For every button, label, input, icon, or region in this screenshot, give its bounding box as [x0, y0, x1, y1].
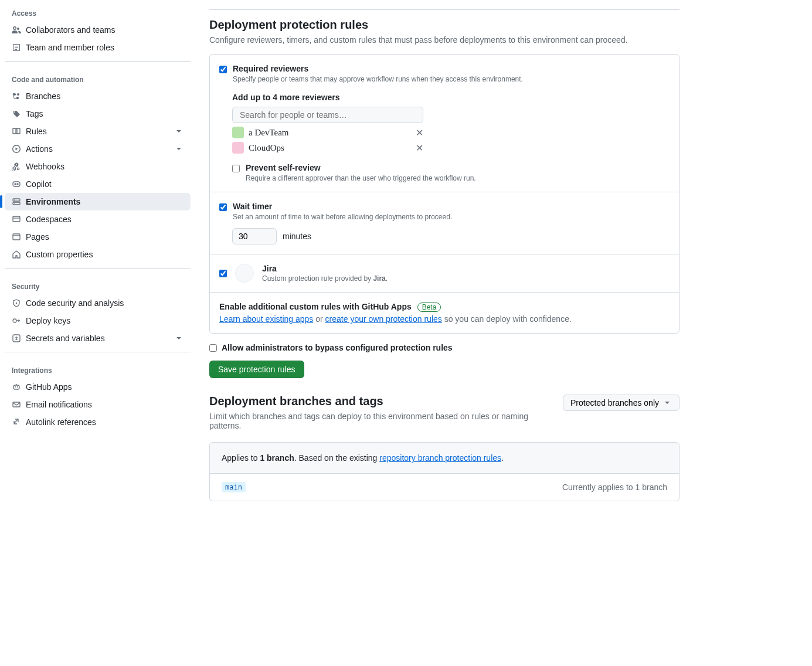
- sidebar-item-copilot[interactable]: Copilot: [5, 175, 191, 193]
- allow-admin-bypass-checkbox[interactable]: [209, 344, 217, 352]
- sidebar-item-label: Codespaces: [26, 215, 184, 224]
- sidebar-group-title: Access: [5, 0, 191, 21]
- main-content: Deployment protection rules Configure re…: [195, 0, 694, 519]
- svg-point-11: [15, 386, 16, 388]
- sidebar-item-team-and-member-roles[interactable]: Team and member roles: [5, 39, 191, 56]
- shield-icon: [12, 298, 21, 308]
- branches-note-box: Applies to 1 branch. Based on the existi…: [209, 442, 680, 501]
- remove-reviewer-button[interactable]: ✕: [416, 127, 423, 138]
- branch-policy-dropdown-label: Protected branches only: [570, 398, 659, 407]
- svg-rect-6: [13, 234, 20, 240]
- branch-policy-dropdown[interactable]: Protected branches only: [563, 395, 680, 411]
- beta-badge: Beta: [417, 303, 441, 312]
- svg-point-4: [14, 203, 15, 204]
- svg-rect-5: [13, 216, 20, 222]
- sidebar-item-label: Webhooks: [26, 162, 184, 171]
- protection-panel: Required reviewers Specify people or tea…: [209, 54, 680, 334]
- reviewer-name: a DevTeam: [249, 128, 411, 138]
- branches-note: Applies to 1 branch. Based on the existi…: [210, 443, 679, 474]
- sidebar-item-collaborators-and-teams[interactable]: Collaborators and teams: [5, 21, 191, 39]
- sidebar-divider: [5, 268, 191, 269]
- jira-title: Jira: [262, 264, 388, 273]
- learn-existing-apps-link[interactable]: Learn about existing apps: [219, 314, 313, 324]
- protection-rules-title: Deployment protection rules: [209, 18, 680, 32]
- svg-rect-13: [13, 402, 20, 407]
- sidebar-item-label: Pages: [26, 232, 184, 242]
- sidebar-item-secrets-and-variables[interactable]: Secrets and variables: [5, 329, 191, 347]
- asterisk-icon: [12, 334, 21, 343]
- sidebar-item-tags[interactable]: Tags: [5, 105, 191, 123]
- key-icon: [12, 316, 21, 325]
- jira-section: Jira Custom protection rule provided by …: [210, 254, 679, 293]
- id-badge-icon: [12, 43, 21, 52]
- crossref-icon: [12, 417, 21, 427]
- sidebar-divider: [5, 352, 191, 352]
- jira-checkbox[interactable]: [219, 270, 227, 277]
- sidebar-item-webhooks[interactable]: Webhooks: [5, 158, 191, 175]
- remove-reviewer-button[interactable]: ✕: [416, 142, 423, 154]
- sidebar-group-title: Integrations: [5, 357, 191, 378]
- book-icon: [12, 127, 21, 136]
- prevent-self-review-label: Prevent self-review: [246, 163, 476, 172]
- allow-admin-bypass-label: Allow administrators to bypass configure…: [222, 343, 453, 352]
- wait-timer-input[interactable]: [232, 228, 277, 244]
- branch-row: main Currently applies to 1 branch: [210, 474, 679, 501]
- svg-point-8: [13, 319, 16, 322]
- sidebar-item-label: Copilot: [26, 179, 184, 189]
- prevent-self-review-row[interactable]: Prevent self-review Require a different …: [232, 163, 670, 182]
- sidebar-item-github-apps[interactable]: GitHub Apps: [5, 378, 191, 396]
- home-icon: [12, 250, 21, 259]
- wait-timer-unit: minutes: [283, 232, 311, 241]
- create-protection-rules-link[interactable]: create your own protection rules: [325, 314, 442, 324]
- sidebar-group-title: Code and automation: [5, 66, 191, 87]
- sidebar-item-environments[interactable]: Environments: [5, 193, 191, 210]
- wait-timer-checkbox[interactable]: [219, 203, 227, 211]
- copilot-icon: [12, 179, 21, 189]
- enable-additional-title: Enable additional custom rules with GitH…: [219, 302, 412, 311]
- required-reviewers-section: Required reviewers Specify people or tea…: [210, 55, 679, 192]
- reviewer-search-input[interactable]: [232, 107, 423, 123]
- sidebar-item-pages[interactable]: Pages: [5, 228, 191, 246]
- codespaces-icon: [12, 215, 21, 224]
- sidebar-item-label: Team and member roles: [26, 43, 184, 52]
- prevent-self-review-desc: Require a different approver than the us…: [246, 174, 476, 182]
- svg-rect-1: [13, 199, 20, 201]
- sidebar-item-custom-properties[interactable]: Custom properties: [5, 246, 191, 263]
- sidebar-item-rules[interactable]: Rules: [5, 123, 191, 140]
- sidebar-item-email-notifications[interactable]: Email notifications: [5, 396, 191, 413]
- play-icon: [12, 144, 21, 154]
- people-icon: [12, 25, 21, 35]
- reviewer-avatar: [232, 127, 244, 138]
- webhook-icon: [12, 162, 21, 171]
- required-reviewers-row[interactable]: Required reviewers Specify people or tea…: [219, 64, 670, 83]
- sidebar-item-autolink-references[interactable]: Autolink references: [5, 413, 191, 431]
- wait-timer-desc: Set an amount of time to wait before all…: [233, 213, 452, 221]
- browser-icon: [12, 232, 21, 242]
- sidebar-item-deploy-keys[interactable]: Deploy keys: [5, 312, 191, 329]
- chevron-down-icon: [174, 334, 184, 343]
- save-protection-rules-button[interactable]: Save protection rules: [209, 361, 304, 378]
- sidebar-item-actions[interactable]: Actions: [5, 140, 191, 158]
- wait-timer-section: Wait timer Set an amount of time to wait…: [210, 192, 679, 254]
- branch-icon: [12, 91, 21, 101]
- chevron-down-icon: [174, 144, 184, 154]
- allow-admin-bypass-row[interactable]: Allow administrators to bypass configure…: [209, 343, 680, 352]
- prevent-self-review-checkbox[interactable]: [232, 165, 240, 172]
- server-icon: [12, 197, 21, 206]
- reviewer-row: a DevTeam✕: [232, 123, 423, 138]
- sidebar-item-label: Secrets and variables: [26, 334, 169, 343]
- svg-point-3: [14, 199, 15, 201]
- sidebar-item-codespaces[interactable]: Codespaces: [5, 210, 191, 228]
- wait-timer-row[interactable]: Wait timer Set an amount of time to wait…: [219, 202, 670, 221]
- sidebar-item-code-security-and-analysis[interactable]: Code security and analysis: [5, 294, 191, 312]
- branch-protection-rules-link[interactable]: repository branch protection rules: [379, 453, 501, 463]
- svg-point-12: [17, 386, 18, 388]
- reviewer-avatar: [232, 142, 244, 154]
- deployment-branches-title: Deployment branches and tags: [209, 395, 549, 408]
- sidebar-item-label: Deploy keys: [26, 316, 184, 325]
- enable-additional-section: Enable additional custom rules with GitH…: [210, 293, 679, 333]
- required-reviewers-checkbox[interactable]: [219, 66, 227, 73]
- sidebar-item-branches[interactable]: Branches: [5, 87, 191, 105]
- mail-icon: [12, 400, 21, 409]
- reviewers-block: Add up to 4 more reviewers a DevTeam✕Clo…: [232, 93, 670, 182]
